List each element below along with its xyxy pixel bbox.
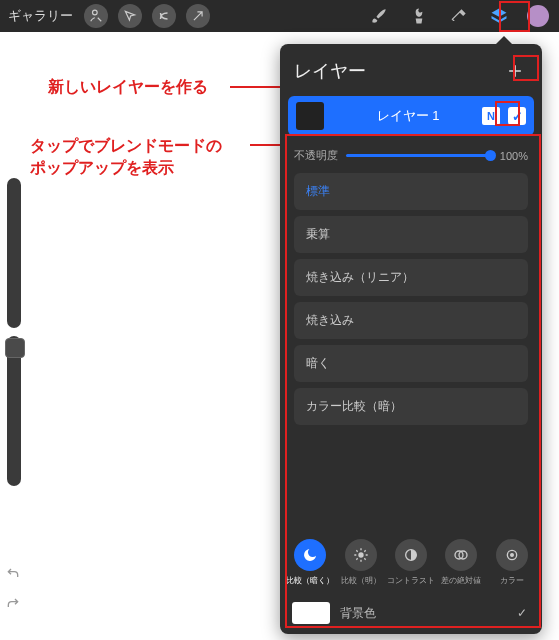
category-label: 差の絶対値	[441, 575, 481, 586]
annotation-blend-popup-l2: ポップアップを表示	[30, 159, 174, 176]
svg-point-5	[510, 554, 513, 557]
opacity-slider[interactable]	[346, 154, 492, 157]
layer-name[interactable]: レイヤー 1	[334, 107, 482, 125]
blend-mode-panel: 不透明度 100% 標準 乗算 焼き込み（リニア） 焼き込み 暗く カラー比較（…	[280, 142, 542, 431]
layers-panel-header: レイヤー	[280, 44, 542, 96]
selection-button[interactable]	[118, 4, 142, 28]
annotation-highlight-mode-chip	[495, 101, 520, 126]
opacity-label: 不透明度	[294, 148, 338, 163]
difference-icon	[445, 539, 477, 571]
brush-tool-icon[interactable]	[366, 3, 392, 29]
category-difference[interactable]: 差の絶対値	[437, 539, 485, 586]
background-label: 背景色	[340, 605, 376, 622]
category-label: 比較（暗く）	[286, 575, 334, 586]
annotation-new-layer: 新しいレイヤーを作る	[48, 77, 208, 98]
contrast-icon	[395, 539, 427, 571]
category-color[interactable]: カラー	[488, 539, 536, 586]
category-label: カラー	[500, 575, 524, 586]
opacity-row: 不透明度 100%	[294, 148, 528, 163]
layer-thumbnail	[296, 102, 324, 130]
layers-panel: レイヤー レイヤー 1 N 不透明度 100% 標準 乗算 焼き込み（リニア） …	[280, 44, 542, 634]
category-label: 比較（明）	[341, 575, 381, 586]
blend-mode-list: 標準 乗算 焼き込み（リニア） 焼き込み 暗く カラー比較（暗）	[294, 173, 528, 425]
annotation-highlight-plus	[513, 55, 539, 81]
annotation-blend-popup: タップでブレンドモードの ポップアップを表示	[30, 135, 222, 180]
redo-button[interactable]	[3, 591, 23, 615]
sun-icon	[345, 539, 377, 571]
category-label: コントラスト	[387, 575, 435, 586]
color-swatch[interactable]	[527, 5, 549, 27]
opacity-value: 100%	[500, 150, 528, 162]
background-visibility-checkbox[interactable]	[514, 605, 530, 621]
brush-size-slider[interactable]	[7, 178, 21, 328]
blend-mode-item[interactable]: 標準	[294, 173, 528, 210]
svg-point-0	[358, 552, 363, 557]
brush-opacity-slider[interactable]	[7, 336, 21, 486]
share-button[interactable]	[186, 4, 210, 28]
blend-mode-item[interactable]: 焼き込み（リニア）	[294, 259, 528, 296]
left-rail	[3, 170, 25, 570]
annotation-blend-popup-l1: タップでブレンドモードの	[30, 137, 222, 154]
layers-panel-title: レイヤー	[294, 59, 502, 83]
adjustments-button[interactable]	[84, 4, 108, 28]
undo-button[interactable]	[3, 561, 23, 585]
blend-mode-item[interactable]: 焼き込み	[294, 302, 528, 339]
blend-mode-item[interactable]: 暗く	[294, 345, 528, 382]
background-thumbnail	[292, 602, 330, 624]
category-lighten[interactable]: 比較（明）	[336, 539, 384, 586]
gallery-button[interactable]: ギャラリー	[0, 7, 79, 25]
category-darken[interactable]: 比較（暗く）	[286, 539, 334, 586]
moon-icon	[294, 539, 326, 571]
blend-mode-item[interactable]: カラー比較（暗）	[294, 388, 528, 425]
color-icon	[496, 539, 528, 571]
category-contrast[interactable]: コントラスト	[387, 539, 435, 586]
blend-mode-item[interactable]: 乗算	[294, 216, 528, 253]
topbar: ギャラリー	[0, 0, 559, 32]
smudge-tool-icon[interactable]	[406, 3, 432, 29]
eraser-tool-icon[interactable]	[446, 3, 472, 29]
transform-s-button[interactable]	[152, 4, 176, 28]
background-layer-row[interactable]: 背景色	[280, 596, 542, 634]
blend-category-row: 比較（暗く） 比較（明） コントラスト 差の絶対値 カラー	[280, 531, 542, 596]
annotation-highlight-layers	[499, 1, 530, 32]
undo-redo-group	[3, 555, 25, 621]
